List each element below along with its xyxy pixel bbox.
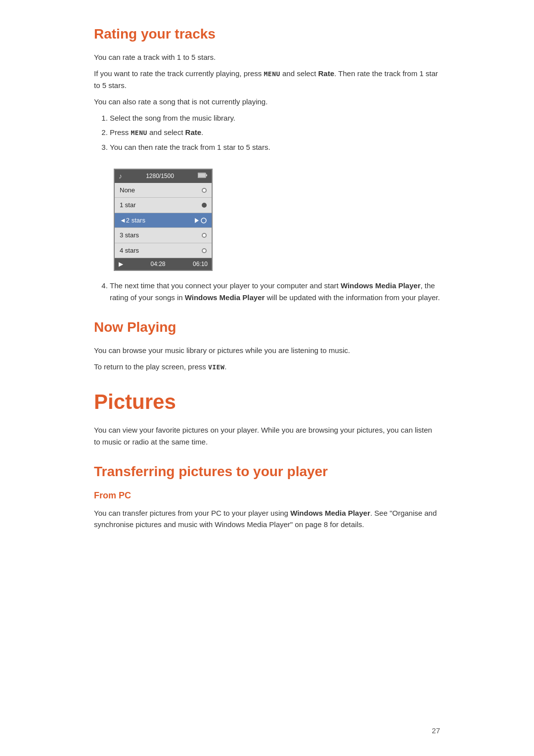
pictures-title: Pictures <box>94 386 440 417</box>
now-playing-para2-before: To return to the play screen, press <box>94 362 208 371</box>
now-playing-para2-after: . <box>224 362 226 371</box>
radio-1star <box>202 203 207 208</box>
device-menu: None 1 star ◄2 stars <box>115 183 212 259</box>
svg-marker-3 <box>195 218 199 223</box>
menu-item-none: None <box>115 183 212 198</box>
section-rating-title: Rating your tracks <box>94 24 440 44</box>
menu-item-3stars: 3 stars <box>115 228 212 243</box>
step-1-text: Select the song from the music library. <box>110 114 235 122</box>
rating-para1: You can rate a track with 1 to 5 stars. <box>94 51 440 63</box>
menu-item-4stars: 4 stars <box>115 243 212 259</box>
page-number: 27 <box>432 725 440 737</box>
step2-menu-keyword: MENU <box>131 129 147 136</box>
svg-point-4 <box>201 218 206 223</box>
rating-para3: You can also rate a song that is not cur… <box>94 96 440 107</box>
section-rating: Rating your tracks You can rate a track … <box>94 24 440 303</box>
step-1: Select the song from the music library. <box>110 112 440 124</box>
wmp-bold-2: Windows Media Player <box>185 293 265 302</box>
menu-keyword: MENU <box>264 70 280 78</box>
rating-step4-list: The next time that you connect your play… <box>94 280 440 303</box>
rating-para2-middle: and select <box>280 69 318 78</box>
device-header: ♪ 1280/1500 <box>115 170 212 183</box>
section-transferring: Transferring pictures to your player Fro… <box>94 461 440 531</box>
menu-item-2stars-label: ◄2 stars <box>120 216 145 225</box>
step2-rate-keyword: Rate <box>185 128 202 136</box>
svg-rect-1 <box>206 175 207 177</box>
device-time-total: 06:10 <box>193 260 208 268</box>
radio-4stars <box>202 248 207 253</box>
from-pc-title: From PC <box>94 489 440 502</box>
step-2-text: Press MENU and select Rate. <box>110 128 203 136</box>
rating-para2: If you want to rate the track currently … <box>94 68 440 91</box>
note-icon: ♪ <box>119 171 122 181</box>
wmp-bold-1: Windows Media Player <box>341 281 421 290</box>
view-keyword: VIEW <box>208 363 224 371</box>
device-counter: 1280/1500 <box>146 172 174 180</box>
page: Rating your tracks You can rate a track … <box>64 0 470 756</box>
device-footer: ▶ 04:28 06:10 <box>115 258 212 270</box>
from-pc-para1-before: You can transfer pictures from your PC t… <box>94 509 290 517</box>
play-circle-icon <box>194 218 207 223</box>
rating-steps-list: Select the song from the music library. … <box>94 112 440 153</box>
pictures-para1: You can view your favorite pictures on y… <box>94 424 440 447</box>
menu-item-1star-label: 1 star <box>120 200 136 210</box>
section-now-playing: Now Playing You can browse your music li… <box>94 317 440 373</box>
rating-para2-before: If you want to rate the track currently … <box>94 69 264 78</box>
device-play-icon: ▶ <box>119 260 123 268</box>
transferring-title: Transferring pictures to your player <box>94 461 440 482</box>
wmp-bold-3: Windows Media Player <box>290 509 370 517</box>
radio-3stars <box>202 233 207 238</box>
section-pictures: Pictures You can view your favorite pict… <box>94 386 440 447</box>
radio-none <box>202 188 207 193</box>
now-playing-para1: You can browse your music library or pic… <box>94 345 440 356</box>
menu-item-2stars: ◄2 stars <box>115 213 212 228</box>
step-2: Press MENU and select Rate. <box>110 127 440 138</box>
battery-icon <box>198 172 208 180</box>
step-4: The next time that you connect your play… <box>110 280 440 303</box>
menu-item-1star: 1 star <box>115 198 212 213</box>
svg-rect-2 <box>198 174 205 177</box>
from-pc-para1: You can transfer pictures from your PC t… <box>94 507 440 531</box>
device-time-current: 04:28 <box>150 260 165 268</box>
step-3: You can then rate the track from 1 star … <box>110 141 440 153</box>
step-4-text: The next time that you connect your play… <box>110 281 440 301</box>
menu-item-none-label: None <box>120 185 135 195</box>
rate-keyword: Rate <box>318 69 335 78</box>
menu-item-3stars-label: 3 stars <box>120 230 139 240</box>
menu-item-4stars-label: 4 stars <box>120 246 139 256</box>
device-screenshot: ♪ 1280/1500 None 1 star <box>114 169 213 271</box>
now-playing-title: Now Playing <box>94 317 440 338</box>
now-playing-para2: To return to the play screen, press VIEW… <box>94 361 440 372</box>
step-3-text: You can then rate the track from 1 star … <box>110 143 270 151</box>
